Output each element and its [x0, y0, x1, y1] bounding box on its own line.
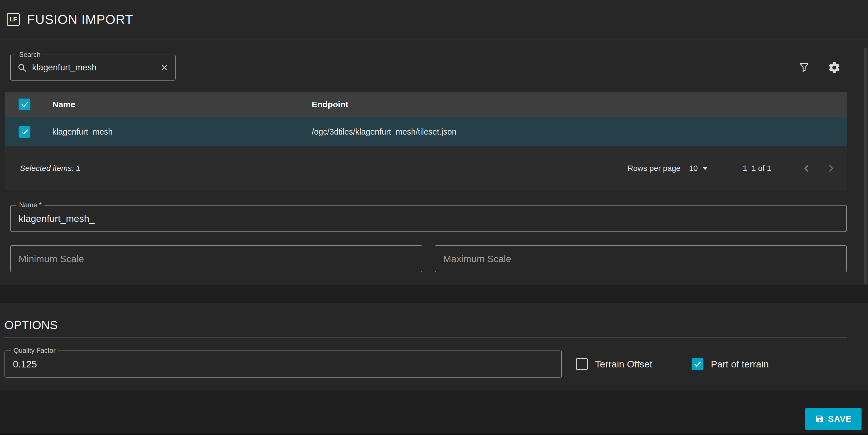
terrain-offset-checkbox[interactable]	[576, 358, 588, 370]
options-section: OPTIONS Quality Factor Terrain Offset Pa…	[0, 318, 868, 378]
pagination: Rows per page 10 1–1 of 1	[627, 163, 837, 174]
select-all-checkbox[interactable]	[19, 98, 30, 110]
rows-per-page-select[interactable]: 10	[687, 164, 710, 173]
fusion-import-app: LF FUSION IMPORT Search	[0, 0, 868, 378]
search-icon	[17, 62, 27, 72]
minimum-scale-input[interactable]	[11, 253, 422, 264]
caret-down-icon	[702, 167, 708, 170]
column-header-name[interactable]: Name	[52, 100, 312, 109]
save-button[interactable]: SAVE	[805, 408, 862, 430]
search-input[interactable]	[32, 62, 155, 72]
search-field[interactable]: Search	[10, 55, 176, 81]
toolbar: Search	[10, 55, 847, 81]
row-endpoint-cell: /ogc/3dtiles/klagenfurt_mesh/tileset.jso…	[312, 127, 847, 137]
table-footer: Selected items: 1 Rows per page 10 1–1 o…	[5, 146, 847, 190]
terrain-offset-label: Terrain Offset	[595, 359, 652, 370]
name-field[interactable]: Name *	[10, 205, 847, 232]
settings-button[interactable]	[828, 61, 841, 74]
maximum-scale-input[interactable]	[435, 253, 846, 264]
table-header-row: Name Endpoint	[5, 92, 847, 117]
table-row[interactable]: klagenfurt_mesh /ogc/3dtiles/klagenfurt_…	[5, 117, 847, 146]
save-icon	[815, 414, 824, 424]
toolbar-actions	[798, 61, 847, 74]
save-button-label: SAVE	[828, 414, 851, 424]
part-of-terrain-checkbox[interactable]	[691, 358, 704, 370]
datasets-table: Name Endpoint klagenfurt_mesh /ogc/3dtil…	[5, 92, 847, 190]
options-divider	[4, 337, 847, 338]
quality-factor-field[interactable]: Quality Factor	[4, 351, 562, 378]
clear-search-button[interactable]	[160, 63, 169, 72]
page-range-text: 1–1 of 1	[743, 164, 771, 173]
name-input[interactable]	[11, 213, 846, 224]
selected-items-text: Selected items: 1	[20, 164, 81, 173]
row-name-cell: klagenfurt_mesh	[52, 127, 312, 137]
filter-button[interactable]	[798, 61, 810, 74]
search-field-label: Search	[16, 51, 43, 59]
column-header-endpoint[interactable]: Endpoint	[312, 100, 847, 109]
section-separator	[0, 285, 868, 303]
options-row: Quality Factor Terrain Offset Part of te…	[4, 351, 847, 378]
row-checkbox[interactable]	[19, 126, 30, 138]
quality-factor-label: Quality Factor	[11, 347, 58, 354]
rows-per-page-value: 10	[689, 164, 698, 173]
page-title: FUSION IMPORT	[27, 12, 133, 27]
next-page-button[interactable]	[825, 163, 837, 174]
part-of-terrain-option[interactable]: Part of terrain	[691, 358, 769, 370]
rows-per-page-label: Rows per page	[627, 164, 680, 173]
maximum-scale-field[interactable]	[435, 245, 847, 272]
bottom-bar: SAVE	[0, 390, 868, 435]
header: LF FUSION IMPORT	[0, 0, 868, 39]
minimum-scale-field[interactable]	[10, 245, 422, 272]
quality-factor-input[interactable]	[5, 359, 561, 370]
name-field-label: Name *	[16, 201, 44, 209]
scales-row	[10, 245, 847, 272]
part-of-terrain-label: Part of terrain	[711, 359, 769, 370]
options-title: OPTIONS	[4, 318, 868, 332]
previous-page-button[interactable]	[801, 163, 812, 174]
terrain-offset-option[interactable]: Terrain Offset	[576, 358, 652, 370]
scrollbar-thumb[interactable]	[864, 48, 867, 284]
app-logo-icon: LF	[7, 13, 20, 26]
